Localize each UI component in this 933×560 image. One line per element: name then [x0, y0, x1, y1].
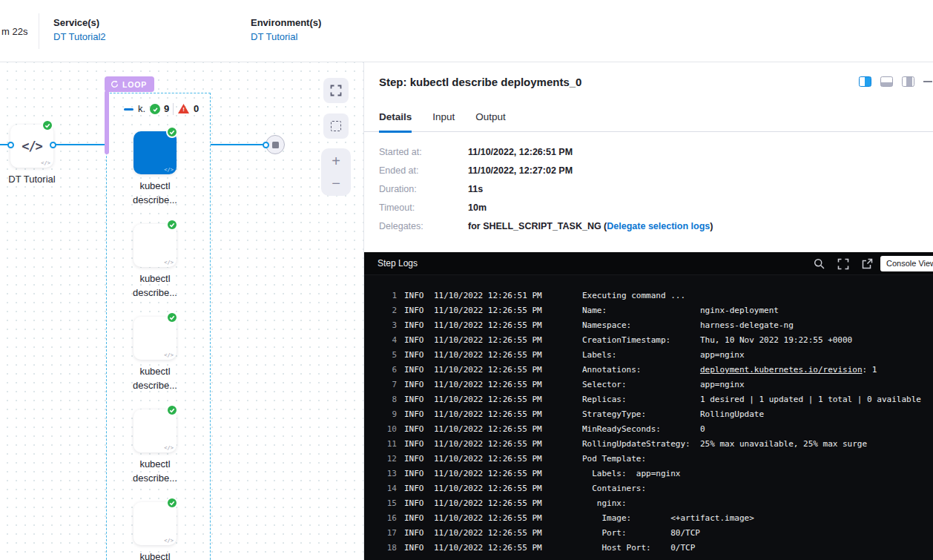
success-check-icon — [166, 404, 178, 416]
environments-label: Environment(s) — [251, 17, 321, 28]
log-fullscreen-button[interactable] — [837, 258, 849, 273]
success-check-icon — [166, 312, 178, 323]
detail-row: Delegates: for SHELL_SCRIPT_TASK_NG (Del… — [379, 221, 921, 232]
log-line: 6INFO11/10/2022 12:26:55 PMAnnotations: … — [378, 363, 933, 378]
success-check-icon — [166, 126, 178, 138]
step-logs-title: Step Logs — [378, 258, 418, 269]
node-label: kubectl describe... — [122, 179, 188, 207]
log-line: 8INFO11/10/2022 12:26:55 PMReplicas: 1 d… — [378, 392, 933, 407]
log-line: 14INFO11/10/2022 12:26:55 PM Containers: — [378, 481, 933, 496]
code-icon: </> — [22, 139, 42, 154]
success-check-icon — [166, 497, 178, 509]
step-details-panel: Step: kubectl describe deployments_0 Det… — [363, 62, 933, 560]
node-label: kubectl describe... — [122, 364, 188, 392]
code-corner-icon: </> — [164, 445, 174, 451]
log-line: 13INFO11/10/2022 12:26:55 PM Labels: app… — [378, 467, 933, 481]
log-line: 17INFO11/10/2022 12:26:55 PM Port: 80/TC… — [378, 526, 933, 541]
tab-details[interactable]: Details — [379, 111, 412, 133]
log-line: 7INFO11/10/2022 12:26:55 PMSelector: app… — [378, 378, 933, 392]
loop-badge: LOOP — [105, 76, 154, 92]
detail-label: Delegates: — [379, 221, 468, 232]
success-count: 9 — [164, 103, 169, 114]
node-label: kubectl describe... — [122, 550, 188, 560]
node-port — [7, 142, 14, 148]
success-count-icon — [150, 104, 160, 114]
detail-label: Ended at: — [379, 165, 468, 177]
loop-icon — [111, 80, 119, 88]
log-lines[interactable]: 1INFO11/10/2022 12:26:51 PMExecuting com… — [364, 275, 933, 556]
canvas-marquee-select-button[interactable] — [323, 113, 349, 139]
detail-value: 10m — [468, 202, 487, 214]
log-line: 5INFO11/10/2022 12:26:55 PMLabels: app=n… — [378, 348, 933, 363]
detail-value: for SHELL_SCRIPT_TASK_NG (Delegate selec… — [468, 221, 713, 232]
code-corner-icon: </> — [164, 352, 174, 358]
log-search-button[interactable] — [814, 258, 825, 272]
zoom-in-button[interactable]: + — [321, 151, 351, 173]
stop-icon — [272, 142, 279, 148]
step-title: Step: kubectl describe deployments_0 — [379, 76, 581, 88]
step-logs-panel: Step Logs Console View 1INFO11/10/ — [364, 252, 933, 560]
log-line: 2INFO11/10/2022 12:26:55 PMName: nginx-d… — [378, 303, 933, 318]
service-link[interactable]: DT Tutorial2 — [53, 31, 106, 42]
detail-label: Started at: — [379, 147, 468, 158]
code-corner-icon: </> — [41, 160, 50, 166]
pipeline-graph-canvas[interactable]: </> </> DT Tutorial LOOP k. 9 ! 0 </>kub… — [0, 62, 363, 560]
success-check-icon — [166, 219, 178, 231]
success-check-icon — [42, 119, 53, 131]
flow-line — [54, 144, 105, 145]
log-line: 15INFO11/10/2022 12:26:55 PM nginx: — [378, 496, 933, 511]
code-corner-icon: </> — [164, 260, 174, 266]
log-line: 4INFO11/10/2022 12:26:55 PMCreationTimes… — [378, 333, 933, 348]
error-count: 0 — [194, 103, 199, 114]
split-right-view-icon[interactable] — [859, 76, 871, 87]
log-line: 1INFO11/10/2022 12:26:51 PMExecuting com… — [378, 289, 933, 303]
node-port — [50, 142, 56, 148]
group-name: k. — [138, 103, 145, 114]
start-node-label: DT Tutorial — [0, 172, 64, 186]
log-line: 12INFO11/10/2022 12:26:55 PMPod Template… — [378, 452, 933, 467]
zoom-out-button[interactable]: − — [321, 173, 351, 195]
detail-value: 11/10/2022, 12:27:02 PM — [468, 165, 573, 177]
console-view-button[interactable]: Console View — [880, 256, 933, 271]
marquee-select-icon — [331, 121, 341, 131]
canvas-fullscreen-button[interactable] — [323, 78, 349, 103]
node-label: kubectl describe... — [122, 457, 188, 485]
search-icon — [814, 258, 825, 269]
step-tabs: Details Input Output — [364, 101, 933, 132]
collapse-group-button[interactable] — [124, 108, 133, 111]
node-port — [263, 142, 269, 148]
log-line: 16INFO11/10/2022 12:26:55 PM Image: <+ar… — [378, 511, 933, 526]
tab-output[interactable]: Output — [475, 111, 506, 131]
log-line: 9INFO11/10/2022 12:26:55 PMStrategyType:… — [378, 407, 933, 422]
bottom-view-icon[interactable] — [880, 76, 893, 87]
detail-row: Duration: 11s — [379, 184, 921, 195]
side-view-icon[interactable] — [902, 76, 914, 87]
canvas-zoom-controls: + − — [321, 148, 351, 196]
loop-badge-label: LOOP — [122, 80, 147, 89]
detail-value: 11s — [468, 184, 483, 195]
log-line: 10INFO11/10/2022 12:26:55 PMMinReadySeco… — [378, 422, 933, 437]
log-open-in-new-button[interactable] — [861, 258, 873, 273]
node-label: kubectl describe... — [122, 271, 188, 300]
step-detail-list: Started at: 11/10/2022, 12:26:51 PM Ende… — [379, 147, 921, 232]
services-label: Service(s) — [53, 17, 99, 28]
delegate-selection-logs-link[interactable]: Delegate selection logs — [607, 221, 710, 231]
execution-header-bar: m 22s Service(s) DT Tutorial2 Environmen… — [0, 0, 933, 62]
log-link[interactable]: deployment.kubernetes.io/revision — [700, 365, 863, 375]
environment-link[interactable]: DT Tutorial — [251, 31, 297, 42]
detail-label: Timeout: — [379, 202, 468, 214]
open-in-new-icon — [861, 258, 873, 270]
detail-value: 11/10/2022, 12:26:51 PM — [468, 147, 573, 158]
log-line: 11INFO11/10/2022 12:26:55 PMRollingUpdat… — [378, 437, 933, 452]
minimize-icon[interactable] — [923, 81, 932, 82]
execution-duration: m 22s — [1, 26, 27, 37]
expand-icon — [837, 258, 849, 270]
divider — [39, 13, 39, 49]
step-logs-header: Step Logs Console View — [364, 252, 933, 275]
divider — [173, 103, 174, 115]
detail-row: Timeout: 10m — [379, 202, 921, 214]
detail-row: Ended at: 11/10/2022, 12:27:02 PM — [379, 165, 921, 177]
loop-group-band — [105, 90, 109, 154]
code-corner-icon: </> — [164, 167, 174, 173]
tab-input[interactable]: Input — [432, 111, 455, 131]
